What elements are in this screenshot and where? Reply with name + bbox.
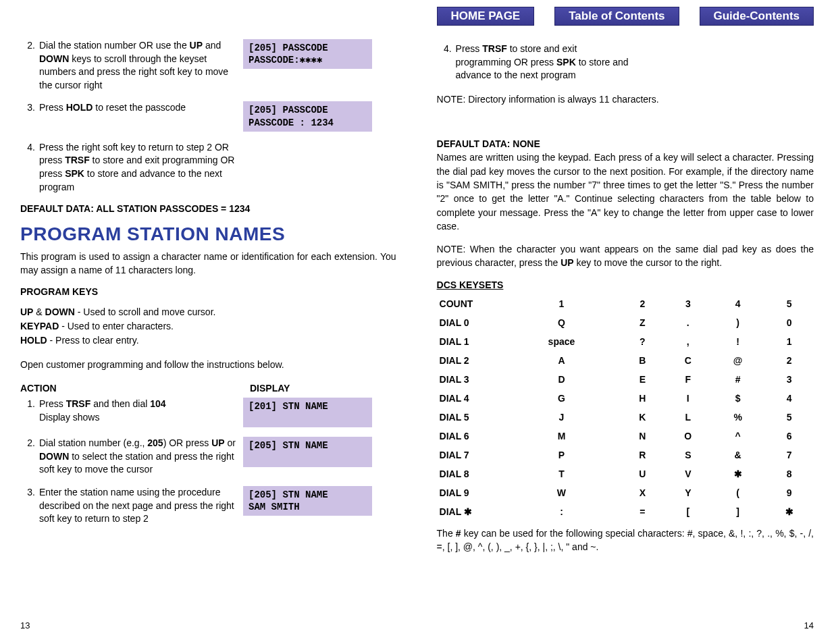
lcd-display: [205] PASSCODE PASSCODE : 1234 [243,101,372,131]
program-key-line: KEYPAD - Used to enter characters. [20,319,396,333]
guide-contents-button[interactable]: Guide-Contents [700,7,814,26]
step-body: Dial station number (e.g., 205) OR press… [39,437,243,477]
step-number: 2. [20,437,39,477]
lcd-display: [205] STN NAME SAM SMITH [243,486,372,516]
step-body: Press the right soft key to return to st… [39,141,243,194]
table-of-contents-button[interactable]: Table of Contents [554,7,679,26]
lcd-display: [201] STN NAME [243,398,372,427]
hash-key-note: The # key can be used for the following … [437,527,814,554]
step-number: 4. [437,43,456,82]
right-column: HOME PAGE Table of Contents Guide-Conten… [437,7,814,630]
lcd-display: [205] STN NAME [243,437,372,466]
program-keys-heading: PROGRAM KEYS [20,286,396,297]
step-body: Press TRSF to store and exit programming… [456,43,631,82]
default-data-heading: DEFAULT DATA: NONE [437,138,814,149]
table-row: DIAL 1space?,!1 [437,332,814,351]
nav-bar: HOME PAGE Table of Contents Guide-Conten… [437,7,814,26]
table-row: DIAL 5JKL%5 [437,408,814,427]
action-step-1: 1. Press TRSF and then dial 104Display s… [20,398,396,427]
step-number: 4. [20,141,39,194]
program-key-line: HOLD - Press to clear entry. [20,333,396,348]
table-row: DIAL 8TUV✱8 [437,464,814,483]
home-page-button[interactable]: HOME PAGE [437,7,535,26]
table-row: DIAL 4GHI$4 [437,389,814,408]
step-number: 3. [20,486,39,526]
keyset-table: COUNT 1 2 3 4 5 DIAL 0QZ.)0DIAL 1space?,… [437,294,814,521]
table-row: DIAL 3DEF#3 [437,370,814,389]
step-number: 3. [20,101,39,115]
note-same-key: NOTE: When the character you want appear… [437,242,814,270]
page-number-left: 13 [20,620,30,630]
passcode-step-3: 3. Press HOLD to reset the passcode [205… [20,101,396,131]
step-number: 1. [20,398,39,424]
header-display: DISPLAY [250,383,290,394]
table-row: DIAL 6MNO^6 [437,427,814,446]
keyset-header-row: COUNT 1 2 3 4 5 [437,294,814,313]
default-data-line: DEFAULT DATA: ALL STATION PASSCODES = 12… [20,203,396,214]
dcs-keysets-heading: DCS KEYSETS [437,279,814,290]
action-step-3: 3. Enter the station name using the proc… [20,486,396,526]
step-body: Press TRSF and then dial 104Display show… [39,398,243,424]
note-directory: NOTE: Directory information is always 11… [437,93,814,107]
open-instruction: Open customer programming and follow the… [20,358,396,372]
lcd-display: [205] PASSCODE PASSCODE:✱✱✱✱ [243,39,372,69]
passcode-step-4: 4. Press the right soft key to return to… [20,141,396,194]
step-number: 2. [20,39,39,92]
left-column: 2. Dial the station number OR use the UP… [20,7,396,630]
action-display-header: ACTION DISPLAY [20,383,396,394]
table-row: DIAL 0QZ.)0 [437,313,814,332]
header-action: ACTION [20,383,250,394]
step-body: Press HOLD to reset the passcode [39,101,243,115]
action-step-2: 2. Dial station number (e.g., 205) OR pr… [20,437,396,477]
page-number-right: 14 [804,620,814,630]
section-intro: This program is used to assign a charact… [20,250,396,277]
section-title: PROGRAM STATION NAMES [20,223,396,245]
step-body: Dial the station number OR use the UP an… [39,39,243,92]
passcode-step-2: 2. Dial the station number OR use the UP… [20,39,396,92]
action-step-4: 4. Press TRSF to store and exit programm… [437,43,814,82]
table-row: DIAL 2ABC@2 [437,351,814,370]
table-row: DIAL 9WXY(9 [437,483,814,502]
default-data-body: Names are written using the keypad. Each… [437,151,814,233]
table-row: DIAL 7PRS&7 [437,446,814,464]
program-key-line: UP & DOWN - Used to scroll and move curs… [20,305,396,319]
step-body: Enter the station name using the procedu… [39,486,243,526]
table-row: DIAL ✱:=[]✱ [437,502,814,521]
